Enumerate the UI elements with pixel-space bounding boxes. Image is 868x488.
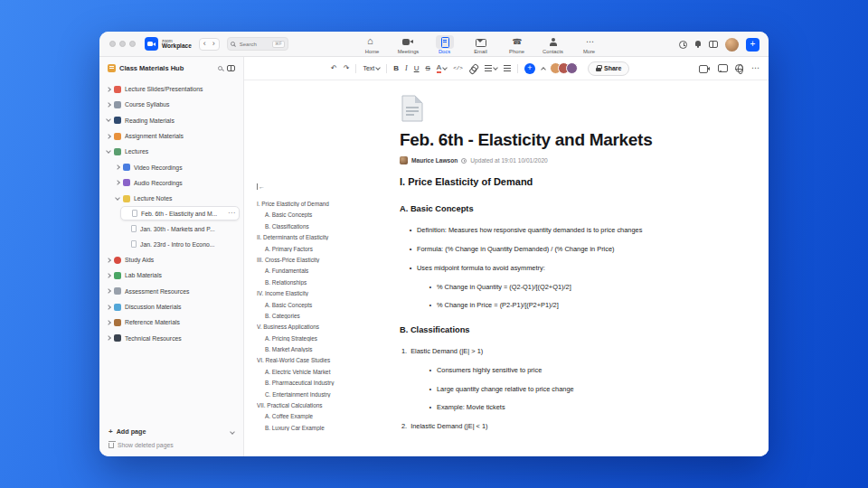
sidebar-search-icon[interactable] xyxy=(218,66,222,70)
nav-tab[interactable]: Home xyxy=(354,35,390,54)
outline-item[interactable]: A. Coffee Example xyxy=(257,413,398,419)
sidebar-tree-item[interactable]: Reference Materials ⋯ xyxy=(103,314,240,330)
doc-title[interactable]: Feb. 6th - Elasticity and Markets xyxy=(400,130,718,150)
bold-button[interactable]: B xyxy=(393,62,399,75)
sidebar-tree-item[interactable]: Discussion Materials ⋯ xyxy=(103,299,240,314)
nav-tab[interactable]: Phone xyxy=(499,35,534,54)
sidebar-tree-item[interactable]: Reading Materials ⋯ xyxy=(103,113,240,128)
search-input[interactable] xyxy=(238,41,269,48)
expand-chevron-icon[interactable] xyxy=(106,117,111,122)
doc-block[interactable]: I. Price Elasticity of Demand xyxy=(400,176,718,189)
redo-button[interactable]: ↷ xyxy=(344,62,350,75)
outline-collapse-button[interactable] xyxy=(257,176,398,192)
outline-item[interactable]: IV. Income Elasticity xyxy=(257,290,398,296)
add-page-chevron-icon[interactable] xyxy=(230,429,235,435)
expand-chevron-icon[interactable] xyxy=(115,181,120,186)
outline-item[interactable]: A. Basic Concepts xyxy=(257,302,398,308)
outline-item[interactable]: C. Entertainment Industry xyxy=(257,391,398,398)
notifications-icon[interactable] xyxy=(694,41,702,49)
doc-block[interactable]: 1. Elastic Demand (|E| > 1) xyxy=(400,347,718,355)
insert-button[interactable]: + xyxy=(524,63,535,74)
outline-item[interactable]: A. Basic Concepts xyxy=(257,211,398,218)
layout-panel-icon[interactable] xyxy=(709,41,718,48)
doc-block[interactable]: 2. Inelastic Demand (|E| < 1) xyxy=(400,422,718,430)
doc-block[interactable]: % Change in Quantity = (Q2-Q1)/[(Q2+Q1)/… xyxy=(400,283,718,291)
video-call-icon[interactable] xyxy=(699,64,710,72)
sidebar-tree-item[interactable]: Jan. 30th - Markets and P... ⋯ xyxy=(120,221,240,236)
fullscreen-button[interactable] xyxy=(129,41,136,47)
expand-chevron-icon[interactable] xyxy=(106,134,111,139)
show-deleted-button[interactable]: Show deleted pages xyxy=(108,441,234,448)
collapse-toolbar-button[interactable] xyxy=(542,62,545,75)
add-page-button[interactable]: + Add page xyxy=(108,427,234,436)
doc-block[interactable]: Definition: Measures how responsive quan… xyxy=(400,226,718,234)
global-search[interactable]: ⌘F xyxy=(227,37,288,51)
doc-block[interactable]: Consumers highly sensitive to price xyxy=(400,366,718,374)
expand-chevron-icon[interactable] xyxy=(106,305,111,310)
outline-item[interactable]: A. Pricing Strategies xyxy=(257,335,398,342)
expand-chevron-icon[interactable] xyxy=(106,288,111,294)
comments-icon[interactable] xyxy=(718,64,727,72)
sidebar-tree-item[interactable]: Jan. 23rd - Intro to Econo... ⋯ xyxy=(120,237,240,252)
link-button[interactable] xyxy=(469,62,478,75)
sidebar-tree-item[interactable]: Feb. 6th - Elasticity and M... ⋯ xyxy=(120,206,240,221)
back-button[interactable]: ‹ xyxy=(203,40,206,48)
outline-item[interactable]: A. Fundamentals xyxy=(257,267,398,274)
outline-item[interactable]: B. Relationships xyxy=(257,279,398,286)
nav-tab[interactable]: Contacts xyxy=(535,35,571,54)
list-button[interactable] xyxy=(485,62,497,75)
history-icon[interactable] xyxy=(679,41,687,49)
doc-block[interactable]: % Change in Price = (P2-P1)/[(P2+P1)/2] xyxy=(400,301,718,309)
publish-globe-icon[interactable] xyxy=(735,64,743,72)
close-button[interactable] xyxy=(109,41,116,47)
outline-item[interactable]: II. Determinants of Elasticity xyxy=(257,234,398,240)
nav-tab[interactable]: Docs xyxy=(427,35,462,54)
sidebar-tree-item[interactable]: Audio Recordings ⋯ xyxy=(112,175,240,191)
sidebar-tree-item[interactable]: Lecture Notes ⋯ xyxy=(112,191,240,206)
outline-item[interactable]: VI. Real-World Case Studies xyxy=(257,357,398,363)
expand-chevron-icon[interactable] xyxy=(106,258,111,263)
minimize-button[interactable] xyxy=(119,41,126,47)
outline-item[interactable]: VII. Practical Calculations xyxy=(257,402,398,408)
expand-chevron-icon[interactable] xyxy=(106,87,111,92)
expand-chevron-icon[interactable] xyxy=(106,273,111,278)
outline-item[interactable]: A. Electric Vehicle Market xyxy=(257,369,398,375)
nav-tab[interactable]: More xyxy=(571,35,607,54)
code-button[interactable]: </> xyxy=(453,62,463,75)
new-item-button[interactable]: + xyxy=(746,38,760,52)
italic-button[interactable]: I xyxy=(405,62,408,75)
outline-item[interactable]: V. Business Applications xyxy=(257,324,398,330)
sidebar-tree-item[interactable]: Assignment Materials ⋯ xyxy=(103,128,240,144)
doc-block[interactable]: Formula: (% Change in Quantity Demanded)… xyxy=(400,245,718,253)
outline-item[interactable]: I. Price Elasticity of Demand xyxy=(257,201,398,207)
expand-chevron-icon[interactable] xyxy=(115,164,120,170)
undo-button[interactable]: ↶ xyxy=(331,62,337,75)
sidebar-tree-item[interactable]: Lectures ⋯ xyxy=(103,144,240,159)
nav-tab[interactable]: Email xyxy=(463,35,498,54)
doc-block[interactable]: Large quantity change relative to price … xyxy=(400,385,718,393)
expand-chevron-icon[interactable] xyxy=(106,335,111,341)
sidebar-tree-item[interactable]: Study Aids ⋯ xyxy=(103,252,240,267)
doc-block[interactable]: A. Basic Concepts xyxy=(400,204,718,215)
outline-item[interactable]: B. Classifications xyxy=(257,223,398,230)
sidebar-tree-item[interactable]: Assessment Resources ⋯ xyxy=(103,284,240,299)
outline-item[interactable]: B. Pharmaceutical Industry xyxy=(257,380,398,386)
expand-chevron-icon[interactable] xyxy=(106,148,111,154)
outline-item[interactable]: A. Primary Factors xyxy=(257,246,398,252)
underline-button[interactable]: U xyxy=(414,62,420,75)
doc-block[interactable]: B. Classifications xyxy=(400,325,718,336)
user-avatar[interactable] xyxy=(725,38,739,52)
outline-item[interactable]: B. Market Analysis xyxy=(257,346,398,352)
doc-block[interactable]: Example: Movie tickets xyxy=(400,403,718,411)
sidebar-tree-item[interactable]: Technical Resources ⋯ xyxy=(103,330,240,345)
text-style-dropdown[interactable]: Text xyxy=(363,62,380,75)
sidebar-collapse-icon[interactable] xyxy=(227,65,235,71)
align-button[interactable] xyxy=(504,62,511,75)
expand-chevron-icon[interactable] xyxy=(115,195,120,201)
text-color-button[interactable]: A xyxy=(437,62,447,75)
strikethrough-button[interactable]: S xyxy=(425,62,429,75)
nav-tab[interactable]: Meetings xyxy=(391,35,426,54)
item-more-icon[interactable]: ⋯ xyxy=(228,210,235,217)
sidebar-tree-item[interactable]: Video Recordings ⋯ xyxy=(112,159,240,174)
outline-item[interactable]: B. Categories xyxy=(257,313,398,319)
